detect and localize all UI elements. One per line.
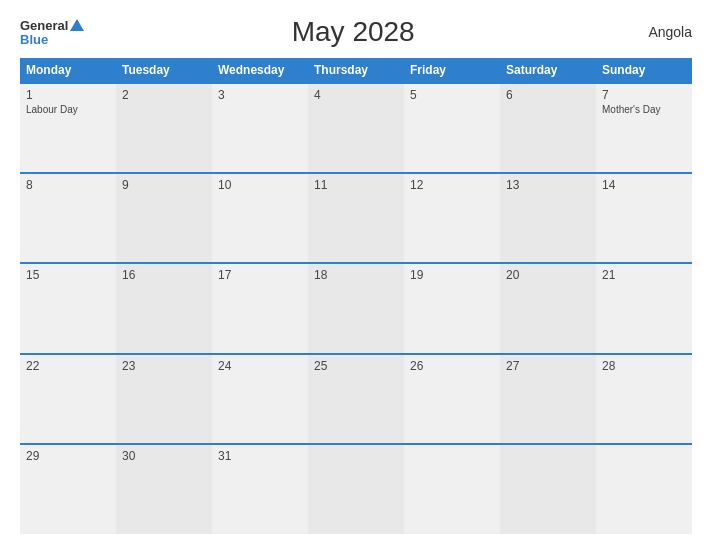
calendar-title: May 2028	[84, 16, 622, 48]
day-number: 21	[602, 268, 686, 282]
weekday-header-monday: Monday	[20, 58, 116, 83]
day-number: 22	[26, 359, 110, 373]
calendar-header: General Blue May 2028 Angola	[20, 16, 692, 48]
calendar-cell: 23	[116, 354, 212, 444]
calendar-cell: 22	[20, 354, 116, 444]
calendar-cell: 15	[20, 263, 116, 353]
calendar-table: MondayTuesdayWednesdayThursdayFridaySatu…	[20, 58, 692, 534]
calendar-cell: 18	[308, 263, 404, 353]
calendar-cell: 16	[116, 263, 212, 353]
holiday-label: Mother's Day	[602, 104, 686, 115]
calendar-cell: 24	[212, 354, 308, 444]
day-number: 1	[26, 88, 110, 102]
day-number: 9	[122, 178, 206, 192]
weekday-header-thursday: Thursday	[308, 58, 404, 83]
weekday-header-sunday: Sunday	[596, 58, 692, 83]
day-number: 31	[218, 449, 302, 463]
calendar-cell: 7Mother's Day	[596, 83, 692, 173]
calendar-cell: 25	[308, 354, 404, 444]
weekday-header-friday: Friday	[404, 58, 500, 83]
calendar-cell: 12	[404, 173, 500, 263]
day-number: 28	[602, 359, 686, 373]
day-number: 3	[218, 88, 302, 102]
day-number: 5	[410, 88, 494, 102]
day-number: 6	[506, 88, 590, 102]
day-number: 11	[314, 178, 398, 192]
day-number: 2	[122, 88, 206, 102]
calendar-cell: 1Labour Day	[20, 83, 116, 173]
day-number: 23	[122, 359, 206, 373]
day-number: 16	[122, 268, 206, 282]
calendar-cell: 2	[116, 83, 212, 173]
calendar-cell: 27	[500, 354, 596, 444]
calendar-cell	[500, 444, 596, 534]
calendar-week-row: 15161718192021	[20, 263, 692, 353]
calendar-cell: 4	[308, 83, 404, 173]
calendar-cell: 11	[308, 173, 404, 263]
calendar-cell: 6	[500, 83, 596, 173]
day-number: 30	[122, 449, 206, 463]
logo-general-text: General	[20, 19, 68, 32]
logo-blue-text: Blue	[20, 33, 48, 46]
weekday-header-row: MondayTuesdayWednesdayThursdayFridaySatu…	[20, 58, 692, 83]
day-number: 18	[314, 268, 398, 282]
calendar-cell: 14	[596, 173, 692, 263]
calendar-cell: 8	[20, 173, 116, 263]
day-number: 19	[410, 268, 494, 282]
calendar-cell: 21	[596, 263, 692, 353]
weekday-header-saturday: Saturday	[500, 58, 596, 83]
calendar-cell: 31	[212, 444, 308, 534]
day-number: 8	[26, 178, 110, 192]
day-number: 15	[26, 268, 110, 282]
day-number: 4	[314, 88, 398, 102]
calendar-cell: 26	[404, 354, 500, 444]
calendar-cell: 17	[212, 263, 308, 353]
calendar-cell	[404, 444, 500, 534]
logo-triangle-icon	[70, 19, 84, 31]
calendar-cell: 29	[20, 444, 116, 534]
logo: General Blue	[20, 19, 84, 46]
calendar-cell: 20	[500, 263, 596, 353]
day-number: 24	[218, 359, 302, 373]
calendar-cell: 5	[404, 83, 500, 173]
calendar-cell: 9	[116, 173, 212, 263]
weekday-header-wednesday: Wednesday	[212, 58, 308, 83]
day-number: 26	[410, 359, 494, 373]
holiday-label: Labour Day	[26, 104, 110, 115]
calendar-cell	[596, 444, 692, 534]
day-number: 13	[506, 178, 590, 192]
day-number: 17	[218, 268, 302, 282]
weekday-header-tuesday: Tuesday	[116, 58, 212, 83]
calendar-week-row: 22232425262728	[20, 354, 692, 444]
day-number: 10	[218, 178, 302, 192]
calendar-week-row: 891011121314	[20, 173, 692, 263]
calendar-cell: 13	[500, 173, 596, 263]
calendar-cell: 30	[116, 444, 212, 534]
day-number: 7	[602, 88, 686, 102]
calendar-cell	[308, 444, 404, 534]
day-number: 14	[602, 178, 686, 192]
day-number: 29	[26, 449, 110, 463]
calendar-cell: 28	[596, 354, 692, 444]
calendar-cell: 3	[212, 83, 308, 173]
calendar-cell: 19	[404, 263, 500, 353]
day-number: 20	[506, 268, 590, 282]
day-number: 27	[506, 359, 590, 373]
day-number: 12	[410, 178, 494, 192]
calendar-cell: 10	[212, 173, 308, 263]
calendar-week-row: 293031	[20, 444, 692, 534]
calendar-week-row: 1Labour Day234567Mother's Day	[20, 83, 692, 173]
day-number: 25	[314, 359, 398, 373]
country-label: Angola	[622, 24, 692, 40]
